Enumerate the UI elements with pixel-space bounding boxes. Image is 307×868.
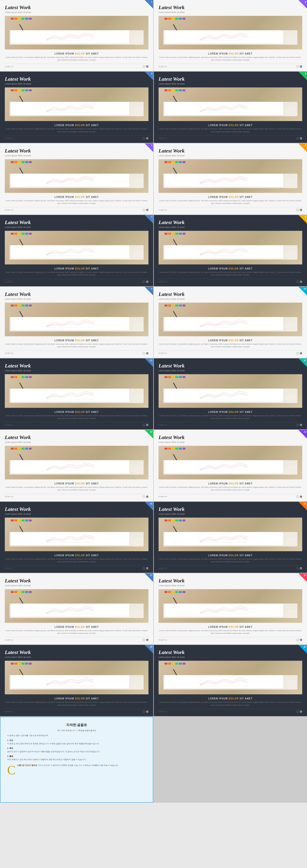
body-text: Lorem dolor sit amet, consectetur adipis… xyxy=(5,343,148,348)
circle-2[interactable] xyxy=(300,352,302,354)
color-bar xyxy=(25,233,28,235)
color-bars xyxy=(165,161,185,163)
color-bar xyxy=(165,233,167,235)
circle-1[interactable] xyxy=(143,639,145,641)
badge-number: 2 xyxy=(305,1,306,3)
card-15: 15 Latest Work Lorem ipsum dolor sit ame… xyxy=(0,502,153,573)
footer-circles xyxy=(143,495,148,498)
color-bar xyxy=(172,448,175,450)
circle-2[interactable] xyxy=(300,567,302,569)
circle-1[interactable] xyxy=(143,209,145,211)
circle-2[interactable] xyxy=(146,281,148,283)
card-title: Latest Work xyxy=(159,148,302,154)
color-bar xyxy=(165,18,167,20)
circle-1[interactable] xyxy=(143,281,145,283)
circle-1[interactable] xyxy=(297,567,299,569)
circle-2[interactable] xyxy=(300,281,302,283)
card-9: 9 Latest Work Lorem ipsum dolor sit amet… xyxy=(0,287,153,358)
circle-2[interactable] xyxy=(146,567,148,569)
card-10: 10 Latest Work Lorem ipsum dolor sit ame… xyxy=(154,287,307,358)
badge-number: 3 xyxy=(151,72,152,75)
card-title: Latest Work xyxy=(5,363,148,369)
circle-1[interactable] xyxy=(143,710,145,713)
pen xyxy=(173,167,183,184)
card-title: Latest Work xyxy=(159,291,302,297)
corner-badge: 3 xyxy=(145,71,153,80)
image-background xyxy=(159,87,302,121)
pen xyxy=(19,239,30,256)
circle-1[interactable] xyxy=(297,281,299,283)
circle-2[interactable] xyxy=(146,495,148,498)
card-image xyxy=(5,159,148,193)
image-background xyxy=(5,87,148,121)
circle-1[interactable] xyxy=(143,424,145,426)
color-bar xyxy=(11,18,14,20)
card-image xyxy=(159,16,302,50)
color-bar xyxy=(165,305,167,307)
highlight-word: DOLOR xyxy=(75,267,85,270)
circle-2[interactable] xyxy=(146,639,148,641)
footer-label: #1:007 v2 xyxy=(159,639,167,641)
circle-1[interactable] xyxy=(297,352,299,354)
image-background xyxy=(5,159,148,193)
circle-2[interactable] xyxy=(300,495,302,498)
chart-paper xyxy=(165,102,283,115)
color-bar xyxy=(22,233,25,235)
color-bar xyxy=(168,18,171,20)
circle-1[interactable] xyxy=(297,209,299,211)
circle-1[interactable] xyxy=(297,137,299,140)
card-12: 12 Latest Work Lorem ipsum dolor sit ame… xyxy=(154,358,307,429)
color-bar xyxy=(179,161,182,163)
circle-2[interactable] xyxy=(300,710,302,713)
color-bar xyxy=(165,89,167,91)
color-bars xyxy=(165,520,185,521)
color-bar xyxy=(168,233,171,235)
circle-1[interactable] xyxy=(297,424,299,426)
circle-1[interactable] xyxy=(143,65,145,68)
circle-1[interactable] xyxy=(143,352,145,354)
circle-2[interactable] xyxy=(146,65,148,68)
badge-number: 4 xyxy=(305,72,306,75)
circle-2[interactable] xyxy=(300,65,302,68)
circle-2[interactable] xyxy=(146,352,148,354)
footer-circles xyxy=(297,710,302,713)
doc-section-text: 이 폰트는 개인 창작 목적으로 제작된 폰트입니다. 자작한 글꼴로 만든 글… xyxy=(7,742,146,745)
circle-1[interactable] xyxy=(297,495,299,498)
circle-2[interactable] xyxy=(300,639,302,641)
circle-1[interactable] xyxy=(143,495,145,498)
circle-2[interactable] xyxy=(146,424,148,426)
color-bar xyxy=(182,520,185,521)
circle-2[interactable] xyxy=(300,209,302,211)
section-title: LOREM IPSUM DOLOR SIT AMET xyxy=(159,52,302,55)
circle-2[interactable] xyxy=(146,710,148,713)
section-title: LOREM IPSUM DOLOR SIT AMET xyxy=(5,554,148,557)
badge-number: 5 xyxy=(151,144,152,147)
circle-1[interactable] xyxy=(143,567,145,569)
footer-circles xyxy=(143,567,148,569)
circle-2[interactable] xyxy=(146,209,148,211)
image-background xyxy=(5,231,148,265)
card-footer: #1:007 v2 xyxy=(5,135,148,140)
circle-1[interactable] xyxy=(297,710,299,713)
color-bars xyxy=(11,89,32,91)
footer-circles xyxy=(297,567,302,569)
badge-number: 17 xyxy=(150,574,152,577)
circle-2[interactable] xyxy=(300,424,302,426)
card-footer: #1:007 v2 xyxy=(5,350,148,354)
circle-2[interactable] xyxy=(300,137,302,140)
badge-number: 18 xyxy=(304,574,306,577)
circle-1[interactable] xyxy=(297,65,299,68)
color-bar xyxy=(25,663,28,664)
circle-2[interactable] xyxy=(146,137,148,140)
color-bar xyxy=(175,89,178,91)
circle-1[interactable] xyxy=(143,137,145,140)
body-text: Lorem dolor sit amet, consectetur adipis… xyxy=(5,629,148,634)
chart-paper xyxy=(11,174,129,187)
badge-number: 8 xyxy=(305,216,306,218)
circle-1[interactable] xyxy=(297,639,299,641)
color-bar xyxy=(168,591,171,593)
card-subtitle: Lorem ipsum dolor sit amet xyxy=(5,369,148,372)
footer-label: #1:007 v2 xyxy=(5,66,13,68)
color-bar xyxy=(175,18,178,20)
corner-badge: 5 xyxy=(145,144,153,152)
